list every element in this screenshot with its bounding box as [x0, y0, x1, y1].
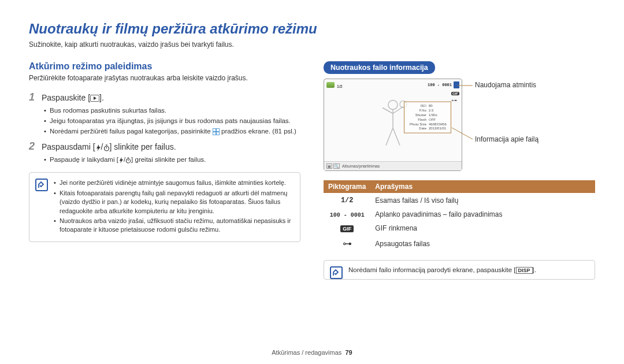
- svg-rect-2: [213, 129, 216, 131]
- svg-marker-6: [96, 144, 101, 151]
- callout-fileinfo: Informacija apie failą: [475, 135, 538, 143]
- timer-icon: [125, 156, 131, 163]
- file-info-panel: ISO80 F.No2.5 Shutter1/30s FlashOFF Phot…: [404, 102, 451, 133]
- step-1: 1 Paspauskite [ ]. Bus rodomas paskutini…: [29, 91, 300, 136]
- photo-thumb-icon: [326, 82, 335, 88]
- step-number: 2: [29, 140, 38, 153]
- section-desc: Peržiūrėkite fotoaparate įrašytas nuotra…: [29, 74, 300, 82]
- table-row: 100 - 0001 Aplanko pavadinimas – failo p…: [324, 207, 595, 221]
- table-row: 1/2 Esamas failas / Iš viso failų: [324, 193, 595, 207]
- timer-icon: [103, 142, 110, 151]
- flash-icon: [118, 156, 124, 163]
- list-item: Kitais fotoaparatais parengtų failų gali…: [54, 189, 293, 216]
- counter-icon: 1/2: [341, 196, 354, 205]
- disp-button-label: DISP: [516, 267, 533, 274]
- playback-icon: [90, 95, 99, 102]
- list-item: Bus rodomas paskutinis sukurtas failas.: [44, 106, 300, 115]
- page-title: Nuotraukų ir filmų peržiūra atkūrimo rež…: [29, 21, 595, 37]
- list-item: Jei norite peržiūrėti vidinėje atmintyje…: [54, 179, 293, 187]
- section-heading: Atkūrimo režimo paleidimas: [29, 61, 300, 72]
- page-subtitle: Sužinokite, kaip atkurti nuotraukas, vai…: [29, 40, 595, 49]
- svg-rect-3: [217, 129, 219, 131]
- table-row: GIF GIF rinkmena: [324, 221, 595, 235]
- table-row: ⊶ Apsaugotas failas: [324, 235, 595, 252]
- callout-memory: Naudojama atmintis: [475, 81, 536, 89]
- list-item: Paspaudę ir laikydami [/] greitai slinki…: [44, 155, 300, 164]
- file-counter: 1/2: [337, 84, 343, 88]
- note-box: Jei norite peržiūrėti vidinėje atmintyje…: [29, 172, 300, 242]
- svg-marker-10: [120, 157, 123, 164]
- display-note: Norėdami failo informaciją parodyti ekra…: [324, 260, 595, 280]
- fileid-icon: 100 - 0001: [330, 212, 365, 218]
- file-id-label: 100 - 0001: [428, 83, 452, 87]
- memory-card-icon: [454, 81, 459, 88]
- table-header: Piktograma: [324, 180, 370, 193]
- info-badge: Nuotraukos failo informacija: [324, 61, 435, 74]
- svg-marker-0: [94, 96, 96, 100]
- list-item: Norėdami peržiūrėti failus pagal kategor…: [44, 127, 300, 136]
- icon-table: Piktograma Aprašymas 1/2 Esamas failas /…: [324, 180, 595, 252]
- svg-rect-5: [217, 132, 219, 135]
- lock-icon: ⊶: [343, 239, 352, 248]
- step-2: 2 Paspausdami [/] slinkite per failus. P…: [29, 140, 300, 164]
- gif-icon: GIF: [340, 225, 354, 232]
- list-item: Jeigu fotoaparatas yra išjungtas, jis įs…: [44, 116, 300, 125]
- smart-album-icon: [213, 128, 220, 135]
- note-icon: [330, 266, 343, 279]
- list-item: Nuotraukos arba vaizdo įrašai, užfiksuot…: [54, 217, 293, 235]
- bottombar-label: Albumas/priartinimas: [342, 164, 380, 168]
- step-title-1: Paspauskite [ ].: [42, 93, 104, 102]
- step-number: 1: [29, 91, 38, 103]
- step-title-2: Paspausdami [/] slinkite per failus.: [42, 142, 176, 151]
- table-header: Aprašymas: [370, 180, 595, 193]
- lock-icon: ⊶: [451, 97, 459, 103]
- note-icon: [35, 179, 48, 191]
- svg-rect-4: [213, 132, 216, 135]
- thumbnail-mode-icon: ▦: [326, 164, 332, 169]
- flash-icon: [95, 142, 101, 151]
- gif-icon: GIF: [451, 92, 459, 95]
- svg-point-14: [388, 101, 398, 110]
- page-footer: Atkūrimas / redagavimas 79: [0, 349, 624, 356]
- camera-screen-illustration: 1/2 100 - 0001 GIF ⊶ ISO80: [324, 79, 595, 171]
- zoom-mode-icon: 🔍: [333, 164, 340, 169]
